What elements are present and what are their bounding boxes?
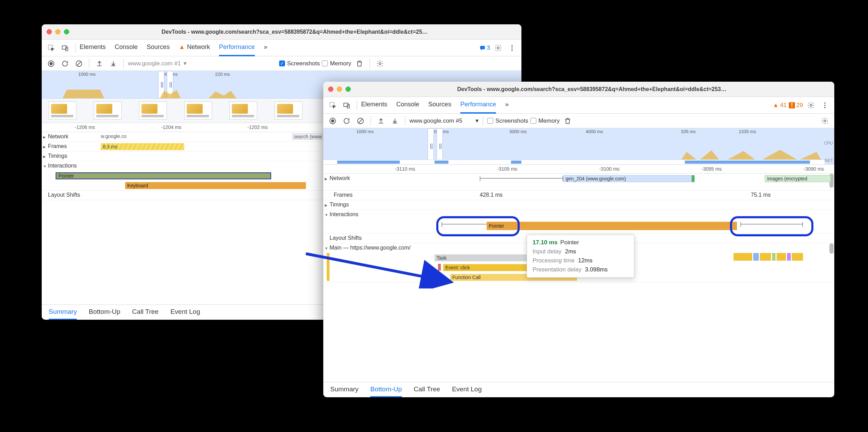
gear-icon[interactable] [819,115,831,127]
kebab-icon[interactable] [506,42,518,54]
track-layout-shifts[interactable]: Layout Shifts [42,190,101,200]
cpu-waveform [209,88,236,98]
tab-console[interactable]: Console [396,97,419,114]
network-item[interactable]: search (www [292,133,324,140]
timeline-overview[interactable]: 1000 ms 000 ms 3000 ms 4000 ms 335 ms 13… [323,128,834,165]
interaction-pointer-bar[interactable]: Pointer [487,222,737,230]
track-interactions[interactable]: ▼Interactions [42,161,101,171]
upload-icon[interactable] [375,115,387,127]
svg-point-5 [511,45,513,46]
track-frames[interactable]: Frames [323,190,368,200]
track-timings[interactable]: ▶Timings [42,152,101,161]
track-frames[interactable]: ▶Frames [42,142,101,151]
clear-icon[interactable] [355,115,366,127]
track-interactions[interactable]: ▼Interactions [323,210,382,220]
filmstrip-thumb[interactable] [229,101,257,120]
network-item[interactable]: w.google.co [101,133,127,139]
btab-bottomup[interactable]: Bottom-Up [89,305,120,320]
filmstrip-thumb[interactable] [49,101,76,120]
warnings-count: 41 [780,102,787,109]
trash-icon[interactable] [562,115,574,127]
warnings-badge[interactable]: ▲ 41 [773,102,787,109]
tab-network[interactable]: ▲Network [179,40,210,56]
minimize-icon[interactable] [55,29,60,34]
timeline-ruler[interactable]: -3110 ms -3105 ms -3100 ms -3095 ms -309… [323,165,834,174]
gear-icon[interactable] [374,58,386,70]
kebab-icon[interactable] [819,99,831,111]
filmstrip-thumb[interactable] [94,101,122,120]
maximize-icon[interactable] [64,29,69,34]
reload-icon[interactable] [341,115,352,127]
tab-sources[interactable]: Sources [147,40,170,56]
filmstrip-thumb[interactable] [139,101,167,120]
interaction-keyboard-bar[interactable]: Keyboard [125,182,306,189]
download-icon[interactable] [107,58,119,70]
record-icon[interactable] [45,58,57,70]
btab-calltree[interactable]: Call Tree [414,382,440,398]
inspect-icon[interactable] [327,99,339,111]
close-icon[interactable] [328,87,333,92]
btab-summary[interactable]: Summary [49,305,77,320]
whisker [480,178,563,180]
tab-elements[interactable]: Elements [80,40,106,56]
overview-handle[interactable] [437,128,443,164]
memory-checkbox[interactable]: Memory [322,60,351,67]
btab-bottomup[interactable]: Bottom-Up [370,382,402,398]
device-toggle-icon[interactable] [341,99,352,111]
checkbox-icon [530,118,536,124]
tab-performance[interactable]: Performance [460,97,496,114]
issues-badge[interactable]: 3 [479,44,490,51]
clear-icon[interactable] [73,58,85,70]
cpu-waveform [63,88,104,98]
recording-select[interactable]: www.google.com #5 ▾ [409,117,479,124]
tab-performance[interactable]: Performance [219,40,255,56]
trash-icon[interactable] [354,58,365,70]
gear-icon[interactable] [492,42,504,54]
btab-eventlog[interactable]: Event Log [452,382,482,398]
tab-sources[interactable]: Sources [428,97,451,114]
filmstrip-thumb[interactable] [275,101,302,120]
task-cluster [733,253,803,261]
frame-bar[interactable]: 8.3 ms [101,143,184,150]
screenshots-checkbox[interactable]: Screenshots [279,60,320,67]
track-network[interactable]: ▶Network [42,132,101,141]
window-title: DevTools - www.google.com/search?sca_esv… [73,29,517,35]
close-icon[interactable] [47,29,52,34]
traffic-lights [328,87,351,92]
tab-more[interactable]: » [505,97,509,114]
screenshots-checkbox[interactable]: Screenshots [487,117,528,124]
memory-checkbox[interactable]: Memory [530,117,560,124]
download-icon[interactable] [389,115,401,127]
tab-elements[interactable]: Elements [361,97,387,114]
filmstrip-thumb[interactable] [184,101,212,120]
track-network[interactable]: ▶Network [323,174,368,190]
interaction-pointer-bar[interactable]: Pointer [56,172,271,179]
gear-icon[interactable] [805,99,817,111]
network-item[interactable]: images (encrypted [765,175,831,182]
main-gutter [323,253,382,263]
overview-tick: 3000 ms [509,129,527,134]
record-icon[interactable] [327,115,339,127]
btab-calltree[interactable]: Call Tree [132,305,159,320]
btab-summary[interactable]: Summary [330,382,358,398]
inspect-icon[interactable] [45,42,57,54]
upload-icon[interactable] [94,58,105,70]
minimize-icon[interactable] [337,87,342,92]
network-item[interactable]: gen_204 (www.google.com) [563,175,692,182]
separator [123,59,124,68]
overview-handle[interactable] [428,128,434,164]
btab-eventlog[interactable]: Event Log [170,305,200,320]
recording-select[interactable]: www.google.com #1 ▾ [128,60,187,67]
flame-chart[interactable]: ▶Network gen_204 (www.google.com) images… [323,174,834,382]
device-toggle-icon[interactable] [59,42,71,54]
cpu-waveform [160,88,181,98]
tooltip-key: Input delay [533,248,561,255]
maximize-icon[interactable] [346,87,351,92]
reload-icon[interactable] [59,58,71,70]
tab-console[interactable]: Console [115,40,138,56]
track-timings[interactable]: ▶Timings [323,200,368,210]
tab-more[interactable]: » [264,40,267,56]
track-main[interactable]: ▼Main — https://www.google.com/ [323,243,469,253]
errors-badge[interactable]: !29 [789,102,803,109]
track-layout-shifts[interactable]: Layout Shifts [323,234,382,243]
